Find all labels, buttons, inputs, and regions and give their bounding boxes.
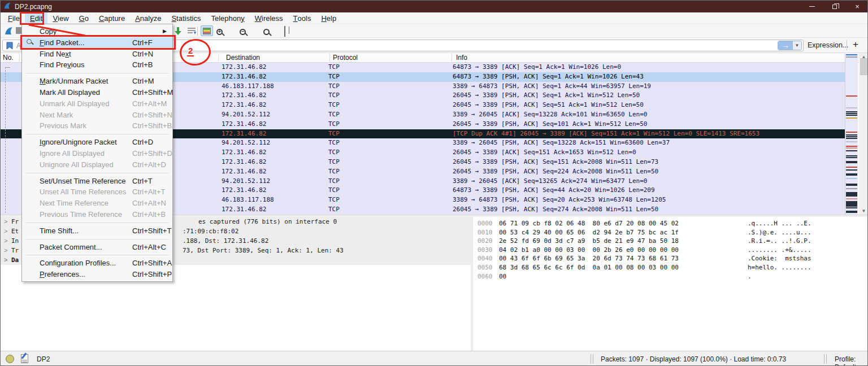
menu-item[interactable]: Set/Unset Time ReferenceCtrl+T — [22, 176, 172, 187]
zoom-in-icon[interactable] — [216, 29, 223, 35]
menu-item-shortcut: Ctrl+B — [132, 60, 153, 69]
menubar-item[interactable]: Tools — [288, 12, 316, 24]
minimap-mark — [846, 113, 857, 114]
menu-item-label: Previous Time Reference — [40, 210, 122, 219]
hex-bytes: 68 3d 68 65 6c 6c 6f 0d 0a 01 00 08 00 0… — [499, 264, 679, 271]
expand-chevron-icon[interactable]: > — [4, 218, 7, 225]
column-divider[interactable] — [218, 54, 219, 62]
menubar-item[interactable]: Telephony — [206, 12, 249, 24]
menu-item: Unmark All DisplayedCtrl+Alt+M — [22, 98, 172, 110]
menubar-item[interactable]: Capture — [94, 12, 130, 24]
restore-button[interactable] — [823, 1, 846, 12]
close-button[interactable]: × — [846, 1, 868, 12]
add-filter-button[interactable]: + — [853, 39, 858, 50]
go-to-last-packet-icon[interactable] — [187, 27, 197, 38]
menu-item-shortcut: Ctrl+Shift+B — [132, 121, 172, 130]
hex-row[interactable]: 000006 71 09 cb f8 02 06 48 80 e6 d7 20 … — [473, 220, 868, 229]
hex-offset: 0050 — [478, 264, 493, 271]
packet-cell: [TCP Dup ACK 4#1] 26045 → 3389 [ACK] Seq… — [453, 130, 760, 137]
filter-bookmark-icon[interactable] — [6, 42, 13, 52]
menubar-item[interactable]: Wireless — [250, 12, 288, 24]
packet-cell: TCP — [328, 120, 340, 128]
menu-item[interactable]: Mark All DisplayedCtrl+Shift+M — [22, 87, 172, 98]
scrollbar-thumb[interactable] — [860, 58, 867, 75]
expand-chevron-icon[interactable]: > — [4, 237, 7, 244]
scroll-down-icon[interactable]: ▼ — [859, 208, 868, 213]
menu-item-shortcut: Ctrl+Shift+T — [132, 226, 171, 235]
colorize-packets-button[interactable] — [201, 25, 213, 36]
hex-row[interactable]: 003004 02 b1 a0 00 00 03 00 00 2b 26 e0 … — [473, 246, 868, 255]
column-header[interactable]: Protocol — [333, 54, 358, 62]
column-header[interactable]: No. — [3, 54, 14, 62]
menubar-item[interactable]: View — [47, 12, 73, 24]
expand-chevron-icon[interactable]: > — [4, 256, 7, 263]
menu-item[interactable]: Ignore/Unignore PacketCtrl+D — [22, 137, 172, 148]
hex-row[interactable]: 006000. — [473, 273, 868, 282]
packet-cell: 3389 → 26045 [ACK] Seq=13228 Ack=101 Win… — [453, 111, 647, 118]
hex-row[interactable]: 001000 53 c4 29 40 00 65 06 d2 94 2e b7 … — [473, 229, 868, 238]
packet-cell: 172.31.46.82 — [222, 149, 266, 156]
packet-cell: 26045 → 3389 [PSH, ACK] Seq=151 Ack=2008… — [453, 158, 658, 165]
minimap-mark — [846, 198, 857, 199]
minimap-mark — [846, 136, 857, 137]
edit-menu-dropdown: Copy▶Find Packet...Ctrl+FFind NextCtrl+N… — [21, 24, 173, 282]
annotation-box-edit — [20, 12, 44, 25]
minimap-mark — [846, 107, 857, 108]
resize-columns-icon[interactable] — [284, 26, 285, 37]
hex-row[interactable]: 00202e 52 fd 69 0d 3d c7 a9 b5 de 21 e9 … — [473, 237, 868, 246]
minimap-mark — [846, 169, 857, 171]
expression-button[interactable]: Expression... — [808, 41, 848, 49]
menu-item-label: Unmark All Displayed — [40, 99, 110, 108]
zoom-original-icon[interactable] — [263, 29, 270, 35]
wireshark-window: DP2.pcapng × FileEditViewGoCaptureAnalyz… — [0, 0, 868, 366]
expand-chevron-icon[interactable]: > — [4, 228, 7, 234]
menu-item[interactable]: Configuration Profiles...Ctrl+Shift+A — [22, 258, 172, 269]
menu-item[interactable]: Preferences...Ctrl+Shift+P — [22, 269, 172, 280]
minimap-mark — [846, 146, 857, 147]
packet-cell: 172.31.46.82 — [222, 168, 266, 175]
column-header[interactable]: Info — [456, 54, 467, 62]
expand-chevron-icon[interactable]: > — [4, 247, 7, 254]
menu-item[interactable]: Packet Comment...Ctrl+Alt+C — [22, 242, 172, 253]
column-divider[interactable] — [452, 54, 452, 62]
expert-info-icon[interactable] — [6, 355, 14, 363]
hex-row[interactable]: 004000 43 6f 6f 6b 69 65 3a 20 6d 73 74 … — [473, 255, 868, 264]
minimap-mark — [846, 207, 857, 208]
menu-item[interactable]: Find NextCtrl+N — [22, 49, 172, 60]
apply-filter-button[interactable]: → — [778, 41, 793, 50]
packet-cell: 172.31.46.82 — [222, 73, 266, 80]
minimap-mark — [846, 134, 857, 136]
status-bar: DP2 Packets: 1097 · Displayed: 1097 (100… — [1, 351, 868, 366]
column-header[interactable]: Destination — [226, 54, 260, 62]
menu-item-label: Previous Mark — [40, 121, 86, 130]
capture-comment-icon[interactable] — [21, 354, 28, 363]
packet-cell: 26045 → 3389 [PSH, ACK] Seq=101 Ack=1 Wi… — [453, 120, 647, 128]
menubar-item[interactable]: Go — [74, 12, 94, 24]
vertical-scrollbar[interactable]: ▲ ▼ — [859, 53, 868, 215]
filter-dropdown-caret[interactable]: ▼ — [793, 41, 801, 50]
hex-row[interactable]: 005068 3d 68 65 6c 6c 6f 0d 0a 01 00 08 … — [473, 264, 868, 273]
minimap-mark — [846, 155, 857, 156]
menu-item[interactable]: Mark/Unmark PacketCtrl+M — [22, 76, 172, 87]
column-divider[interactable] — [19, 54, 20, 62]
colorize-packets-icon — [203, 28, 211, 34]
minimap-mark — [846, 212, 857, 213]
packet-cell: 26045 → 3389 [PSH, ACK] Seq=1 Ack=1 Win=… — [453, 91, 640, 99]
profile-label[interactable]: Profile: Default — [835, 355, 868, 366]
menubar-item[interactable]: Statistics — [166, 12, 206, 24]
menubar-item[interactable]: Help — [316, 12, 341, 24]
menu-item-shortcut: Ctrl+Alt+N — [132, 199, 166, 207]
intelligent-scrollbar-minimap[interactable] — [845, 54, 858, 215]
menu-item-label: Ignore/Unignore Packet — [40, 138, 117, 146]
menu-item-shortcut: Ctrl+Alt+D — [132, 160, 166, 169]
minimize-button[interactable] — [801, 1, 823, 12]
wireshark-fin-icon[interactable] — [4, 26, 14, 38]
packet-cell: 26045 → 3389 [PSH, ACK] Seq=224 Ack=2008… — [453, 168, 658, 175]
column-divider[interactable] — [329, 54, 330, 62]
menubar-item[interactable]: Analyze — [130, 12, 166, 24]
menu-item[interactable]: Time Shift...Ctrl+Shift+T — [22, 225, 172, 237]
detail-text-rest: es captured (776 bits) on interface 0 — [198, 218, 337, 225]
hex-bytes: 04 02 b1 a0 00 00 03 00 00 2b 26 e0 00 0… — [499, 246, 679, 254]
menu-item[interactable]: Find PreviousCtrl+B — [22, 59, 172, 71]
zoom-out-icon[interactable] — [240, 29, 246, 35]
